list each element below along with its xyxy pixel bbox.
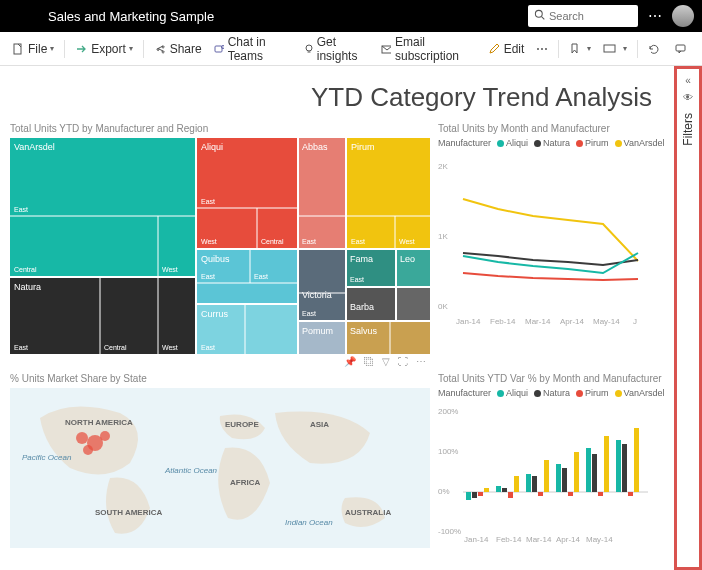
svg-text:West: West <box>162 344 178 351</box>
svg-rect-3 <box>215 46 222 52</box>
svg-rect-31 <box>299 138 345 248</box>
email-subscription-button[interactable]: Email subscription <box>375 32 482 65</box>
visual-title: Total Units YTD Var % by Month and Manuf… <box>438 373 670 384</box>
chevron-down-icon: ▾ <box>129 44 133 53</box>
svg-text:West: West <box>399 238 415 245</box>
svg-text:East: East <box>14 344 28 351</box>
svg-text:May-14: May-14 <box>586 535 613 544</box>
svg-text:Natura: Natura <box>14 282 41 292</box>
svg-text:Victoria: Victoria <box>302 290 332 300</box>
refresh-button[interactable] <box>642 32 669 65</box>
svg-text:Central: Central <box>14 266 37 273</box>
bookmark-icon <box>569 43 580 54</box>
chevron-down-icon: ▾ <box>587 44 591 53</box>
svg-rect-86 <box>466 492 471 500</box>
page-title: YTD Category Trend Analysis <box>10 74 670 123</box>
svg-text:East: East <box>201 198 215 205</box>
legend: Manufacturer Aliqui Natura Pirum VanArsd… <box>438 388 670 398</box>
svg-rect-97 <box>544 460 549 492</box>
svg-rect-101 <box>574 452 579 492</box>
svg-text:Mar-14: Mar-14 <box>526 535 552 544</box>
svg-text:Pomum: Pomum <box>302 326 333 336</box>
svg-rect-96 <box>538 492 543 496</box>
filters-pane[interactable]: « 👁 Filters <box>674 66 702 570</box>
visual-title: Total Units YTD by Manufacturer and Regi… <box>10 123 430 134</box>
file-icon <box>12 43 24 55</box>
toolbar-more[interactable]: ⋯ <box>530 32 554 65</box>
eye-icon[interactable]: 👁 <box>683 92 693 103</box>
svg-text:Salvus: Salvus <box>350 326 378 336</box>
teams-icon <box>214 43 224 55</box>
get-insights-button[interactable]: Get insights <box>297 32 375 65</box>
svg-rect-64 <box>397 288 430 320</box>
lightbulb-icon <box>303 43 313 55</box>
svg-text:Central: Central <box>261 238 284 245</box>
file-menu[interactable]: File▾ <box>6 32 60 65</box>
chevron-left-icon[interactable]: « <box>685 75 691 86</box>
svg-rect-87 <box>472 492 477 498</box>
svg-text:East: East <box>351 238 365 245</box>
separator <box>64 40 65 58</box>
svg-rect-98 <box>556 464 561 492</box>
svg-rect-103 <box>592 454 597 492</box>
svg-text:Currus: Currus <box>201 309 229 319</box>
chevron-down-icon: ▾ <box>623 44 627 53</box>
visual-toolbar: 📌 ⿻ ▽ ⛶ ⋯ <box>10 354 430 369</box>
more-icon[interactable]: ⋯ <box>416 356 426 367</box>
report-canvas: YTD Category Trend Analysis Total Units … <box>0 66 702 570</box>
svg-rect-95 <box>532 476 537 492</box>
svg-text:-100%: -100% <box>438 527 461 536</box>
svg-text:East: East <box>201 273 215 280</box>
app-header: Sales and Marketing Sample ⋯ <box>0 0 702 32</box>
svg-text:East: East <box>201 344 215 351</box>
report-page: YTD Category Trend Analysis Total Units … <box>0 66 674 570</box>
mail-icon <box>381 43 391 55</box>
line-chart-svg: 2K 1K 0K Jan-14 Feb-14 Mar-14 Apr-14 May… <box>438 154 648 334</box>
bookmark-button[interactable]: ▾ <box>563 32 597 65</box>
svg-text:East: East <box>302 238 316 245</box>
treemap-visual[interactable]: Total Units YTD by Manufacturer and Regi… <box>10 123 430 369</box>
pin-icon[interactable]: 📌 <box>344 356 356 367</box>
bar-chart-visual[interactable]: Total Units YTD Var % by Month and Manuf… <box>438 373 670 548</box>
svg-text:West: West <box>201 238 217 245</box>
svg-text:2K: 2K <box>438 162 448 171</box>
svg-rect-35 <box>347 138 430 248</box>
header-more-icon[interactable]: ⋯ <box>648 8 662 24</box>
svg-text:Apr-14: Apr-14 <box>560 317 585 326</box>
comment-button[interactable] <box>669 32 696 65</box>
svg-rect-105 <box>604 436 609 492</box>
svg-text:Feb-14: Feb-14 <box>496 535 522 544</box>
svg-text:East: East <box>350 276 364 283</box>
search-input[interactable] <box>549 10 629 22</box>
svg-rect-100 <box>568 492 573 496</box>
svg-point-77 <box>76 432 88 444</box>
svg-text:VanArsdel: VanArsdel <box>14 142 55 152</box>
edit-button[interactable]: Edit <box>482 32 531 65</box>
map-visual[interactable]: % Units Market Share by State <box>10 373 430 543</box>
svg-rect-104 <box>598 492 603 496</box>
chat-teams-button[interactable]: Chat in Teams <box>208 32 297 65</box>
visual-title: % Units Market Share by State <box>10 373 430 384</box>
export-menu[interactable]: Export▾ <box>69 32 139 65</box>
line-chart-visual[interactable]: Total Units by Month and Manufacturer Ma… <box>438 123 670 369</box>
svg-rect-107 <box>622 444 627 492</box>
search-icon <box>534 9 545 23</box>
focus-icon[interactable]: ⛶ <box>398 356 408 367</box>
svg-rect-8 <box>604 45 615 52</box>
svg-text:0%: 0% <box>438 487 450 496</box>
share-button[interactable]: Share <box>148 32 208 65</box>
svg-rect-91 <box>502 488 507 492</box>
export-icon <box>75 43 87 55</box>
view-button[interactable]: ▾ <box>597 32 633 65</box>
avatar[interactable] <box>672 5 694 27</box>
filter-icon[interactable]: ▽ <box>382 356 390 367</box>
svg-rect-90 <box>496 486 501 492</box>
svg-text:Barba: Barba <box>350 302 374 312</box>
search-box[interactable] <box>528 5 638 27</box>
svg-text:East: East <box>14 206 28 213</box>
svg-text:Quibus: Quibus <box>201 254 230 264</box>
copy-icon[interactable]: ⿻ <box>364 356 374 367</box>
svg-text:100%: 100% <box>438 447 458 456</box>
bar-chart-svg: 200% 100% 0% -100% <box>438 404 648 544</box>
svg-rect-24 <box>197 138 297 248</box>
